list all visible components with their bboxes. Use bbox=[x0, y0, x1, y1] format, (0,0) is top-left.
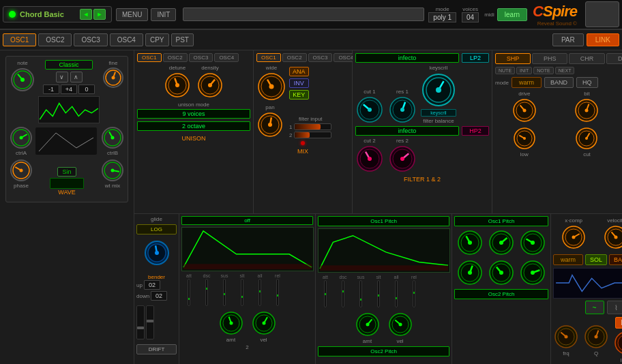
hp2-display[interactable]: HP2 bbox=[462, 126, 489, 136]
osc-pitch-knob1[interactable] bbox=[456, 229, 484, 256]
down-value[interactable]: 02 bbox=[151, 291, 167, 301]
octave-up-button[interactable]: ∧ bbox=[70, 72, 83, 82]
val-zero[interactable]: 0 bbox=[78, 85, 95, 94]
env2-rel-slider[interactable] bbox=[406, 280, 421, 307]
env2-sus-slider[interactable] bbox=[353, 280, 368, 307]
init-button[interactable]: INIT bbox=[151, 8, 176, 21]
par-button[interactable]: PAR bbox=[552, 33, 584, 46]
env2-att-slider[interactable] bbox=[318, 280, 333, 307]
level-knob[interactable] bbox=[613, 330, 622, 356]
up-value[interactable]: 02 bbox=[144, 280, 160, 290]
link-button[interactable]: LINK bbox=[587, 33, 619, 46]
nute-tab[interactable]: NUTE bbox=[495, 67, 515, 74]
voices-value[interactable]: 04 bbox=[462, 12, 479, 22]
note-knob[interactable] bbox=[10, 67, 35, 93]
eq-button[interactable]: EQ bbox=[615, 317, 622, 329]
env2-dsc-slider[interactable] bbox=[336, 280, 351, 307]
cut1-knob[interactable] bbox=[355, 95, 384, 124]
bit-knob[interactable] bbox=[574, 97, 599, 123]
mix-tab-osc2[interactable]: OSC2 bbox=[282, 53, 307, 62]
lp2-display[interactable]: LP2 bbox=[462, 53, 489, 63]
osc2-pitch-display[interactable]: Osc2 Pitch bbox=[318, 346, 449, 357]
env2-vel-knob[interactable] bbox=[387, 312, 413, 337]
tab-osc1[interactable]: OSC1 bbox=[3, 33, 36, 46]
osc2-pitch-disp2[interactable]: Osc2 Pitch bbox=[454, 289, 548, 299]
unison-tab-osc1[interactable]: OSC1 bbox=[137, 53, 162, 62]
note-tab[interactable]: NOTE bbox=[533, 67, 553, 74]
menu-button[interactable]: MENU bbox=[116, 8, 148, 21]
tab-osc4[interactable]: OSC4 bbox=[110, 33, 143, 46]
tab-osc2[interactable]: OSC2 bbox=[38, 33, 72, 46]
drift-button[interactable]: DRIFT bbox=[136, 344, 177, 354]
val-minus1[interactable]: -1 bbox=[43, 85, 59, 94]
init-tab[interactable]: INIT bbox=[516, 67, 532, 74]
next-tab[interactable]: NEXT bbox=[555, 67, 575, 74]
keyscrll-display[interactable]: keyscrll bbox=[421, 109, 456, 117]
unison-tab-osc4[interactable]: OSC4 bbox=[214, 53, 239, 62]
filter-slider2-track[interactable] bbox=[294, 132, 331, 138]
preset-bar[interactable] bbox=[183, 7, 424, 21]
filter-slider1-track[interactable] bbox=[294, 123, 331, 130]
env1-slt-slider[interactable] bbox=[235, 279, 250, 306]
fx-tab-shp[interactable]: SHP bbox=[495, 53, 531, 64]
osc-pitch-knob4[interactable] bbox=[456, 259, 484, 286]
copy-button[interactable]: CPY bbox=[145, 33, 169, 46]
filter-balance-knob[interactable] bbox=[421, 72, 456, 108]
wide-knob[interactable] bbox=[256, 72, 286, 102]
band-button[interactable]: BAND bbox=[544, 77, 574, 88]
env1-amt-knob[interactable] bbox=[218, 310, 244, 336]
env2-display[interactable]: Osc1 Pitch bbox=[318, 216, 449, 226]
res1-knob[interactable] bbox=[388, 95, 417, 124]
env1-dsc-slider[interactable] bbox=[199, 279, 214, 306]
q-knob[interactable] bbox=[583, 324, 609, 350]
ana-button[interactable]: ANA bbox=[289, 67, 309, 76]
val-plus4[interactable]: +4 bbox=[61, 85, 77, 94]
bender-slider-2[interactable] bbox=[146, 305, 154, 339]
ctrlb-knob[interactable] bbox=[101, 126, 124, 149]
cut-knob[interactable] bbox=[574, 126, 599, 151]
wtmix-knob[interactable] bbox=[101, 159, 124, 182]
fine-knob[interactable] bbox=[102, 67, 124, 89]
drive-knob[interactable] bbox=[512, 97, 537, 123]
osc-pitch-knob5[interactable] bbox=[488, 259, 515, 286]
paste-button[interactable]: PST bbox=[171, 33, 194, 46]
env1-display[interactable]: off bbox=[181, 216, 313, 225]
warm-btn[interactable]: warm bbox=[553, 254, 583, 265]
phase-knob[interactable] bbox=[10, 159, 33, 182]
env1-sus-slider[interactable] bbox=[217, 279, 232, 306]
filter2-type[interactable]: infecto bbox=[355, 126, 459, 136]
mode-value[interactable]: poly 1 bbox=[428, 12, 456, 22]
unison-tab-osc3[interactable]: OSC3 bbox=[189, 53, 213, 62]
env2-slt-slider[interactable] bbox=[371, 280, 386, 307]
cut2-knob[interactable] bbox=[355, 145, 384, 173]
next-preset-button[interactable]: ► bbox=[93, 9, 106, 20]
bender-slider-1[interactable] bbox=[136, 305, 145, 339]
ctrla-knob[interactable] bbox=[10, 126, 33, 149]
filter1-type[interactable]: infecto bbox=[355, 53, 459, 63]
env1-att-slider[interactable] bbox=[181, 279, 196, 306]
fx-tab-del[interactable]: DEL bbox=[606, 53, 622, 64]
key-button[interactable]: KEY bbox=[289, 90, 309, 100]
osc-pitch-knob2[interactable] bbox=[488, 229, 515, 256]
shape-icon-2[interactable]: ⌇ bbox=[607, 301, 623, 314]
octave-down-button[interactable]: ∨ bbox=[56, 72, 68, 82]
low-knob[interactable] bbox=[512, 126, 537, 151]
inv-button[interactable]: INV bbox=[289, 78, 309, 88]
osc1-pitch-disp[interactable]: Osc1 Pitch bbox=[454, 216, 548, 226]
wave-type-dropdown[interactable]: Classic bbox=[45, 60, 93, 70]
pan-knob[interactable] bbox=[256, 111, 284, 138]
hq-button[interactable]: HQ bbox=[576, 77, 598, 88]
unison-tab-osc2[interactable]: OSC2 bbox=[163, 53, 188, 62]
bass51-button[interactable]: BASS51 bbox=[609, 254, 622, 265]
env2-amt-knob[interactable] bbox=[355, 312, 381, 337]
env1-rel-slider[interactable] bbox=[270, 279, 285, 306]
fx-tab-chr[interactable]: CHR bbox=[569, 53, 604, 64]
sol-button[interactable]: SOL bbox=[585, 254, 607, 265]
log-button[interactable]: LOG bbox=[136, 224, 177, 234]
shape-icon-1[interactable]: ~ bbox=[585, 301, 604, 314]
res2-knob[interactable] bbox=[388, 145, 417, 173]
osc-pitch-knob3[interactable] bbox=[519, 229, 546, 256]
octave-display[interactable]: 2 octave bbox=[137, 121, 250, 131]
fx-tab-phs[interactable]: PHS bbox=[532, 53, 567, 64]
prev-preset-button[interactable]: ◄ bbox=[80, 9, 92, 20]
